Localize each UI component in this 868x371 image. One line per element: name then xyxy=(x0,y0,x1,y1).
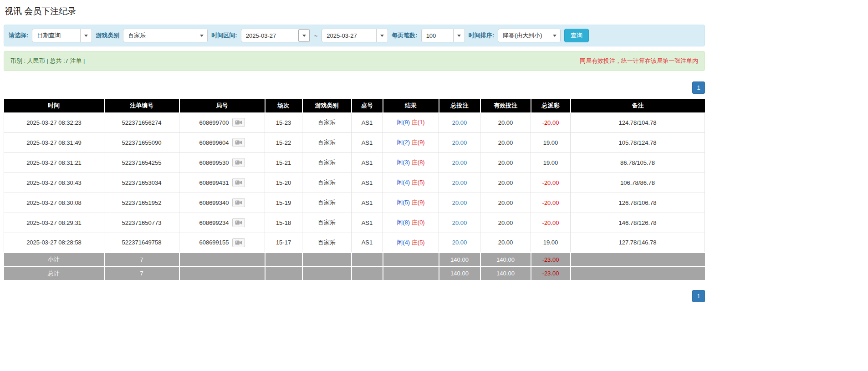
page-title: 视讯 会员下注纪录 xyxy=(5,5,705,17)
cell-total-bet: 20.00 xyxy=(439,132,480,152)
col-result: 结果 xyxy=(383,99,439,112)
total-bet-link[interactable]: 20.00 xyxy=(452,199,467,206)
result-player: 闲(4) xyxy=(397,239,410,246)
video-camera-icon xyxy=(235,220,242,225)
cell-note: 146.78/126.78 xyxy=(571,213,705,233)
cell-result: 闲(4) 庄(5) xyxy=(383,173,439,193)
result-banker: 庄(9) xyxy=(412,139,425,146)
video-replay-button[interactable] xyxy=(232,218,245,227)
total-bet-link[interactable]: 20.00 xyxy=(452,219,467,226)
cell-time: 2025-03-27 08:28:58 xyxy=(4,233,104,253)
col-round-id: 局号 xyxy=(179,99,265,112)
video-replay-button[interactable] xyxy=(232,198,245,207)
video-replay-button[interactable] xyxy=(232,238,245,247)
round-id-value: 608699604 xyxy=(199,139,229,146)
result-player: 闲(9) xyxy=(397,119,410,126)
video-replay-button[interactable] xyxy=(232,118,245,127)
chevron-down-icon xyxy=(80,29,92,42)
table-header-row: 时间 注单编号 局号 场次 游戏类别 桌号 结果 总投注 有效投注 总派彩 备注 xyxy=(4,99,705,112)
cell-total-bet: 20.00 xyxy=(439,233,480,253)
video-camera-icon xyxy=(235,240,242,245)
cell-table-no: AS1 xyxy=(352,132,383,152)
total-bet-link[interactable]: 20.00 xyxy=(452,139,467,146)
cell-game-type: 百家乐 xyxy=(302,193,352,213)
cell-time: 2025-03-27 08:31:49 xyxy=(4,132,104,152)
table-row: 2025-03-27 08:31:21 522371654255 6086995… xyxy=(4,152,705,173)
total-bet-link[interactable]: 20.00 xyxy=(452,119,467,126)
subtotal-total-bet: 140.00 xyxy=(439,253,480,266)
pagination-bottom: 1 xyxy=(4,290,705,302)
cell-round-id: 608699604 xyxy=(179,132,265,152)
currency-summary-text: 币别 : 人民币 | 总共 :7 注单 | xyxy=(10,57,85,65)
table-row: 2025-03-27 08:32:23 522371656274 6086997… xyxy=(4,112,705,132)
page-1-button[interactable]: 1 xyxy=(692,290,705,302)
page-1-button[interactable]: 1 xyxy=(692,81,705,94)
cell-round-id: 608699700 xyxy=(179,112,265,132)
empty-cell xyxy=(302,253,352,266)
pagination-top: 1 xyxy=(4,81,705,94)
result-banker: 庄(0) xyxy=(412,219,425,226)
cell-payout: -20.00 xyxy=(531,193,571,213)
cell-table-no: AS1 xyxy=(352,193,383,213)
table-row: 2025-03-27 08:28:58 522371649758 6086991… xyxy=(4,233,705,253)
video-replay-button[interactable] xyxy=(232,138,245,147)
cell-total-bet: 20.00 xyxy=(439,193,480,213)
chevron-down-icon xyxy=(376,29,388,42)
total-bet-link[interactable]: 20.00 xyxy=(452,159,467,166)
subtotal-label: 小计 xyxy=(4,253,104,266)
col-table-no: 桌号 xyxy=(352,99,383,112)
empty-cell xyxy=(383,253,439,266)
chevron-down-icon xyxy=(549,29,560,42)
cell-payout: 19.00 xyxy=(531,152,571,173)
video-camera-icon xyxy=(235,180,242,185)
query-type-value: 日期查询 xyxy=(32,29,80,42)
cell-note: 106.78/86.78 xyxy=(571,173,705,193)
sort-value: 降幂(由大到小) xyxy=(498,29,549,42)
date-to-select[interactable]: 2025-03-27 xyxy=(322,29,388,42)
empty-cell xyxy=(179,266,265,280)
cell-payout: -20.00 xyxy=(531,112,571,132)
video-replay-button[interactable] xyxy=(232,158,245,167)
result-banker: 庄(1) xyxy=(412,119,425,126)
table-row: 2025-03-27 08:30:43 522371653034 6086994… xyxy=(4,173,705,193)
total-label: 总计 xyxy=(4,266,104,280)
date-from-value: 2025-03-27 xyxy=(241,29,298,42)
cell-result: 闲(3) 庄(8) xyxy=(383,152,439,173)
subtotal-note xyxy=(571,253,705,266)
round-id-value: 608699234 xyxy=(199,219,229,226)
cell-session: 15-18 xyxy=(265,213,302,233)
total-bet-link[interactable]: 20.00 xyxy=(452,179,467,186)
empty-cell xyxy=(383,266,439,280)
cell-total-bet: 20.00 xyxy=(439,152,480,173)
game-type-select[interactable]: 百家乐 xyxy=(123,29,208,42)
chevron-down-icon xyxy=(298,29,310,42)
total-valid-bet: 140.00 xyxy=(480,266,531,280)
cell-note: 124.78/104.78 xyxy=(571,112,705,132)
cell-table-no: AS1 xyxy=(352,152,383,173)
page: 视讯 会员下注纪录 请选择: 日期查询 游戏类别 百家乐 时间区间: 2025-… xyxy=(0,0,709,311)
video-replay-button[interactable] xyxy=(232,178,245,187)
cell-valid-bet: 20.00 xyxy=(480,213,531,233)
cell-time: 2025-03-27 08:30:43 xyxy=(4,173,104,193)
sort-select[interactable]: 降幂(由大到小) xyxy=(498,29,561,42)
cell-total-bet: 20.00 xyxy=(439,213,480,233)
cell-session: 15-19 xyxy=(265,193,302,213)
chevron-down-icon xyxy=(453,29,465,42)
total-bet-link[interactable]: 20.00 xyxy=(452,239,467,246)
result-player: 闲(4) xyxy=(397,179,410,186)
date-from-select[interactable]: 2025-03-27 xyxy=(241,29,310,42)
game-type-value: 百家乐 xyxy=(123,29,196,42)
cell-game-type: 百家乐 xyxy=(302,112,352,132)
result-player: 闲(8) xyxy=(397,219,410,226)
select-label: 请选择: xyxy=(9,31,28,40)
query-type-select[interactable]: 日期查询 xyxy=(32,29,92,42)
cell-payout: -20.00 xyxy=(531,173,571,193)
cell-bet-id: 522371649758 xyxy=(104,233,179,253)
cell-time: 2025-03-27 08:30:08 xyxy=(4,193,104,213)
empty-cell xyxy=(302,266,352,280)
cell-result: 闲(5) 庄(9) xyxy=(383,193,439,213)
info-bar: 币别 : 人民币 | 总共 :7 注单 | 同局有效投注，统一计算在该局第一张注… xyxy=(4,51,705,71)
query-button[interactable]: 查询 xyxy=(564,29,589,42)
page-size-select[interactable]: 100 xyxy=(421,29,465,42)
result-player: 闲(3) xyxy=(397,159,410,166)
